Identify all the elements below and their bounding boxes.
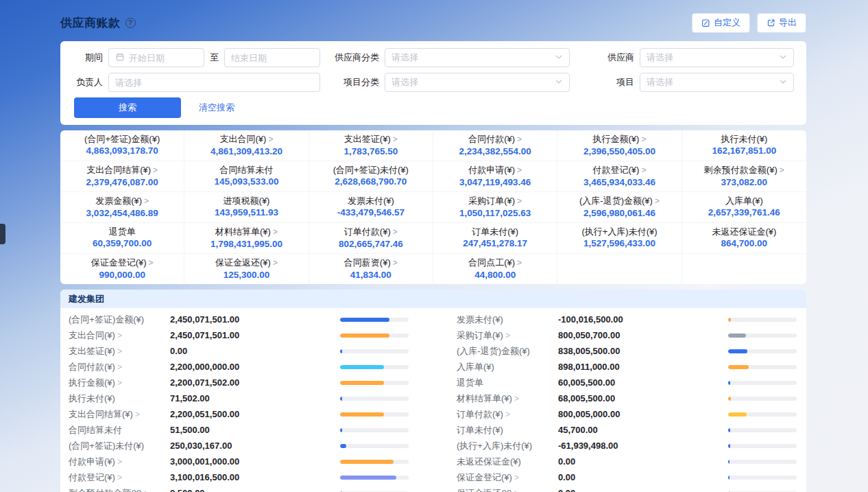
drilldown-arrow-icon[interactable]: > xyxy=(268,134,273,144)
summary-cell[interactable]: (入库-退货)金额(¥)> 2,596,980,061.46 xyxy=(557,192,682,223)
metric-value: 800,005,000.00 xyxy=(558,409,728,419)
metric-bar-fill xyxy=(340,460,394,464)
drilldown-arrow-icon[interactable]: > xyxy=(153,165,158,175)
drilldown-arrow-icon[interactable]: > xyxy=(273,258,278,268)
metric-label: 合同结算未付 xyxy=(69,425,122,435)
metric-value: 145,093,533.00 xyxy=(187,176,305,188)
customize-button[interactable]: 自定义 xyxy=(692,13,750,33)
summary-cell[interactable]: 发票金额(¥)> 3,032,454,486.89 xyxy=(60,192,184,223)
summary-cell[interactable]: 保证金登记(¥)> 990,000.00 xyxy=(60,254,184,284)
metric-bar-fill xyxy=(340,349,342,353)
drilldown-arrow-icon[interactable]: > xyxy=(641,134,646,144)
metric-value: 44,800.00 xyxy=(436,269,554,281)
metric-label: (合同+签证)金额(¥) xyxy=(69,314,144,325)
drilldown-arrow-icon[interactable]: > xyxy=(517,258,522,268)
summary-cell[interactable]: 合同薪资(¥)> 41,834.00 xyxy=(309,254,433,284)
metric-label: 付款登记(¥) xyxy=(593,165,640,175)
metric-bar-fill xyxy=(728,381,730,385)
project-label: 项目 xyxy=(600,76,634,89)
drilldown-arrow-icon[interactable]: > xyxy=(780,165,784,175)
supplier-select[interactable]: 请选择 xyxy=(640,48,794,67)
drilldown-arrow-icon[interactable]: > xyxy=(135,410,140,419)
drilldown-arrow-icon[interactable]: > xyxy=(517,134,522,144)
filter-panel: 期间 至 xyxy=(60,41,806,125)
metric-value: 3,047,119,493.46 xyxy=(436,176,554,189)
drilldown-arrow-icon[interactable]: > xyxy=(393,227,398,237)
owner-input[interactable] xyxy=(108,73,320,92)
metric-value: 4,863,093,178.70 xyxy=(63,145,181,157)
drilldown-arrow-icon[interactable]: > xyxy=(117,378,122,388)
metric-value: 41,834.00 xyxy=(312,269,430,281)
summary-cell[interactable]: 保证金返还(¥)> 125,300.00 xyxy=(184,254,309,284)
metric-value: 864,700.00 xyxy=(685,237,804,250)
end-date-input[interactable] xyxy=(224,48,320,67)
summary-cell[interactable]: 采购订单(¥)> 1,050,117,025.63 xyxy=(433,192,557,223)
search-button[interactable]: 搜索 xyxy=(74,97,181,118)
summary-cell[interactable]: 付款登记(¥)> 3,465,934,033.46 xyxy=(557,161,682,192)
detail-row: 付款申请(¥)> 3,000,001,000.00 xyxy=(69,454,409,469)
metric-label: (合同+签证)金额(¥) xyxy=(84,134,160,144)
summary-cell[interactable]: 付款申请(¥)> 3,047,119,493.46 xyxy=(433,161,557,192)
owner-field[interactable] xyxy=(115,78,313,88)
start-date-field[interactable] xyxy=(129,53,197,63)
metric-value: -100,016,500.00 xyxy=(558,314,728,325)
metric-label: 付款申请(¥) xyxy=(468,165,515,175)
end-date-field[interactable] xyxy=(231,53,313,63)
metric-value: 0.00 xyxy=(558,472,728,482)
project-category-select[interactable]: 请选择 xyxy=(385,73,570,92)
project-select[interactable]: 请选择 xyxy=(640,73,794,92)
supplier-category-select[interactable]: 请选择 xyxy=(385,48,570,67)
detail-row: 材料结算单(¥)> 68,005,500.00 xyxy=(457,390,797,406)
summary-cell: (执行+入库)未付(¥) 1,527,596,433.00 xyxy=(557,223,682,254)
summary-cell[interactable]: 支出签证(¥)> 1,783,765.50 xyxy=(309,130,433,161)
summary-cell[interactable]: 材料结算单(¥)> 1,798,431,995.00 xyxy=(184,223,309,254)
metric-label: 发票未付(¥) xyxy=(348,196,394,206)
drilldown-arrow-icon[interactable]: > xyxy=(144,489,149,492)
summary-cell[interactable]: 订单付款(¥)> 802,665,747.46 xyxy=(309,223,433,254)
drilldown-arrow-icon[interactable]: > xyxy=(505,331,510,340)
drilldown-arrow-icon[interactable]: > xyxy=(117,347,122,356)
drilldown-arrow-icon[interactable]: > xyxy=(273,227,278,237)
metric-value: 3,000,001,000.00 xyxy=(170,456,340,467)
summary-cell[interactable]: 合同点工(¥)> 44,800.00 xyxy=(433,254,557,284)
drilldown-arrow-icon[interactable]: > xyxy=(117,473,122,482)
drilldown-arrow-icon[interactable]: > xyxy=(517,196,522,206)
metric-label: 执行金额(¥) xyxy=(593,134,640,144)
drilldown-arrow-icon[interactable]: > xyxy=(117,331,122,340)
summary-cell[interactable]: 合同付款(¥)> 2,234,382,554.00 xyxy=(433,130,557,161)
group-name: 建发集团 xyxy=(69,293,104,305)
drilldown-arrow-icon[interactable]: > xyxy=(117,457,122,467)
start-date-input[interactable] xyxy=(108,48,204,67)
drilldown-arrow-icon[interactable]: > xyxy=(393,258,398,268)
drilldown-arrow-icon[interactable]: > xyxy=(514,394,519,403)
drilldown-arrow-icon[interactable]: > xyxy=(505,410,510,419)
export-button[interactable]: 导出 xyxy=(757,13,806,33)
metric-bar xyxy=(340,318,409,322)
drilldown-arrow-icon[interactable]: > xyxy=(514,489,519,492)
summary-cell[interactable]: 剩余预付款金额(¥)> 373,082.00 xyxy=(682,161,806,192)
drilldown-arrow-icon[interactable]: > xyxy=(514,473,519,482)
drilldown-arrow-icon[interactable]: > xyxy=(393,134,398,144)
drilldown-arrow-icon[interactable]: > xyxy=(117,362,122,372)
metric-value: 0.00 xyxy=(558,456,728,467)
metric-value: -61,939,498.00 xyxy=(558,441,728,451)
export-icon xyxy=(767,19,775,27)
clear-search-link[interactable]: 清空搜索 xyxy=(199,102,234,114)
metric-bar-fill xyxy=(728,365,749,369)
metric-value: 2,200,071,502.00 xyxy=(170,377,340,388)
summary-cell: 发票未付(¥) -433,479,546.57 xyxy=(309,192,433,223)
metric-value: 250,030,167.00 xyxy=(170,441,340,451)
drilldown-arrow-icon[interactable]: > xyxy=(641,165,646,175)
drawer-handle[interactable] xyxy=(0,224,5,244)
drilldown-arrow-icon[interactable]: > xyxy=(655,196,660,206)
drilldown-arrow-icon[interactable]: > xyxy=(517,165,522,175)
drilldown-arrow-icon[interactable]: > xyxy=(149,258,154,268)
summary-cell[interactable]: 支出合同结算(¥)> 2,379,476,087.00 xyxy=(60,161,184,192)
summary-cell[interactable]: 执行金额(¥)> 2,396,550,405.00 xyxy=(557,130,682,161)
drilldown-arrow-icon[interactable]: > xyxy=(144,196,149,206)
metric-bar-fill xyxy=(340,365,384,369)
metric-bar-fill xyxy=(340,333,389,338)
metric-label: 材料结算单(¥) xyxy=(457,393,512,403)
help-icon[interactable]: ? xyxy=(125,18,136,28)
summary-cell[interactable]: 支出合同(¥)> 4,861,309,413.20 xyxy=(184,130,309,161)
